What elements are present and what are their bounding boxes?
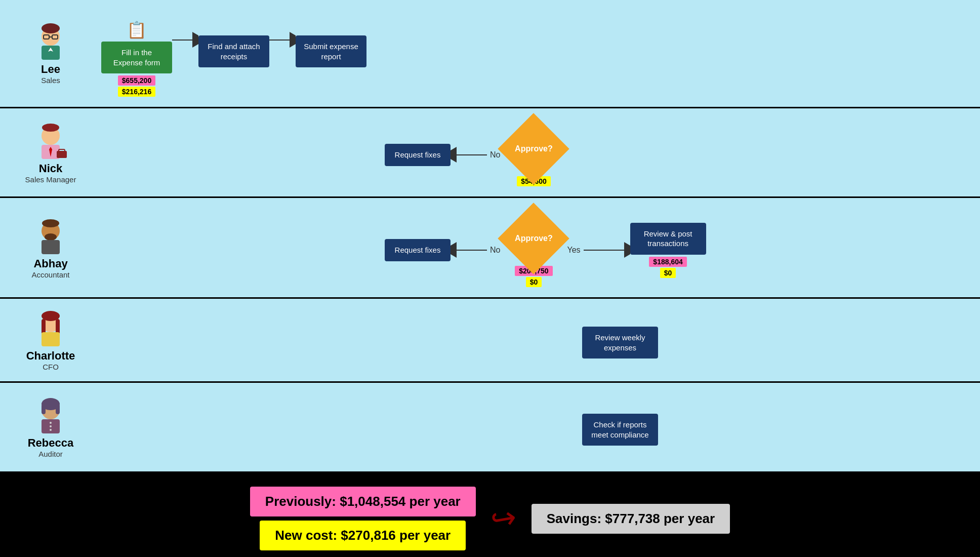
check-compliance-box: Check if reports meet compliance (582, 414, 658, 446)
avatar-lee (30, 22, 71, 63)
swimlane-charlotte: Charlotte CFO Review weekly expenses (0, 299, 980, 383)
avatar-nick (30, 122, 71, 162)
nick-request-fixes-box: Request fixes (385, 144, 451, 166)
avatar-section-lee: Lee Sales (0, 17, 101, 90)
abhay-request-fixes-box: Request fixes (385, 239, 451, 261)
swimlane-lee: Lee Sales 📋 Fill in the Expense form $65… (0, 0, 980, 108)
svg-point-29 (50, 429, 52, 431)
savings-label: Savings: $777,738 per year (532, 504, 730, 534)
cost-lee-pink: $655,200 (118, 75, 155, 86)
fill-expense-box: Fill in the Expense form (101, 42, 172, 73)
main-container: Lee Sales 📋 Fill in the Expense form $65… (0, 0, 980, 557)
svg-rect-21 (42, 332, 60, 346)
cost-lee-yellow: $216,216 (118, 87, 155, 97)
swimlane-nick: Nick Sales Manager Request fixes No (0, 108, 980, 198)
svg-point-1 (42, 23, 60, 33)
lee-process: 📋 Fill in the Expense form $655,200 $216… (101, 5, 980, 102)
avatar-section-charlotte: Charlotte CFO (0, 304, 101, 376)
cost-abhay2-yellow: $0 (660, 268, 676, 278)
arrow-abhay-yes: Yes (564, 246, 630, 255)
arrow-2 (269, 35, 296, 45)
lee-name: Lee (41, 63, 60, 76)
rebecca-role: Auditor (38, 450, 63, 458)
no-label-abhay: No (487, 246, 503, 255)
svg-point-15 (42, 219, 59, 227)
curved-arrow-icon: ↩ (488, 499, 519, 538)
charlotte-role: CFO (43, 363, 59, 371)
summary-bar: Previously: $1,048,554 per year New cost… (0, 471, 980, 557)
abhay-name: Abhay (33, 257, 67, 270)
find-attach-box: Find and attach receipts (198, 35, 269, 67)
svg-rect-16 (42, 240, 60, 254)
swimlane-rebecca: Rebecca Auditor Check if reports meet co… (0, 383, 980, 471)
charlotte-name: Charlotte (26, 349, 75, 363)
submit-expense-box: Submit expense report (296, 35, 366, 67)
avatar-section-abhay: Abhay Accountant (0, 212, 101, 284)
svg-rect-20 (56, 319, 60, 334)
abhay-approve-diamond: Approve? (503, 213, 564, 264)
nick-name: Nick (39, 162, 62, 175)
rebecca-name: Rebecca (28, 436, 74, 450)
avatar-abhay (30, 217, 71, 257)
abhay-process: Request fixes No Approve? $204, (101, 203, 980, 292)
nick-process: Request fixes No Approve? $54,6 (101, 113, 980, 191)
svg-point-14 (45, 233, 57, 241)
cost-abhay2-pink: $188,604 (649, 257, 686, 267)
avatar-section-rebecca: Rebecca Auditor (0, 391, 101, 463)
nick-role: Sales Manager (25, 175, 76, 184)
previously-cost: Previously: $1,048,554 per year (250, 487, 476, 516)
svg-point-27 (50, 422, 52, 424)
svg-rect-25 (56, 404, 60, 414)
review-weekly-box: Review weekly expenses (582, 327, 658, 359)
avatar-charlotte (30, 309, 71, 349)
avatar-section-nick: Nick Sales Manager (0, 116, 101, 189)
cost-abhay-yellow: $0 (526, 277, 542, 287)
svg-point-28 (50, 425, 52, 427)
document-icon: 📋 (127, 20, 147, 39)
yes-label-abhay: Yes (564, 246, 583, 255)
svg-rect-19 (42, 319, 46, 334)
svg-point-8 (42, 124, 59, 132)
arrow-abhay-no: No (451, 246, 503, 255)
new-cost: New cost: $270,816 per year (260, 521, 466, 550)
charlotte-process: Review weekly expenses (101, 316, 980, 364)
abhay-role: Accountant (31, 270, 69, 279)
svg-rect-24 (42, 404, 46, 414)
nick-approve-diamond: Approve? (503, 124, 564, 174)
arrow-1 (172, 35, 198, 45)
avatar-rebecca (30, 396, 71, 436)
lee-role: Sales (41, 76, 60, 85)
review-post-box: Review & post transactions (630, 223, 706, 255)
rebecca-process: Check if reports meet compliance (101, 404, 980, 451)
swimlane-abhay: Abhay Accountant Request fixes No (0, 198, 980, 299)
arrow-nick-no: No (451, 150, 503, 160)
